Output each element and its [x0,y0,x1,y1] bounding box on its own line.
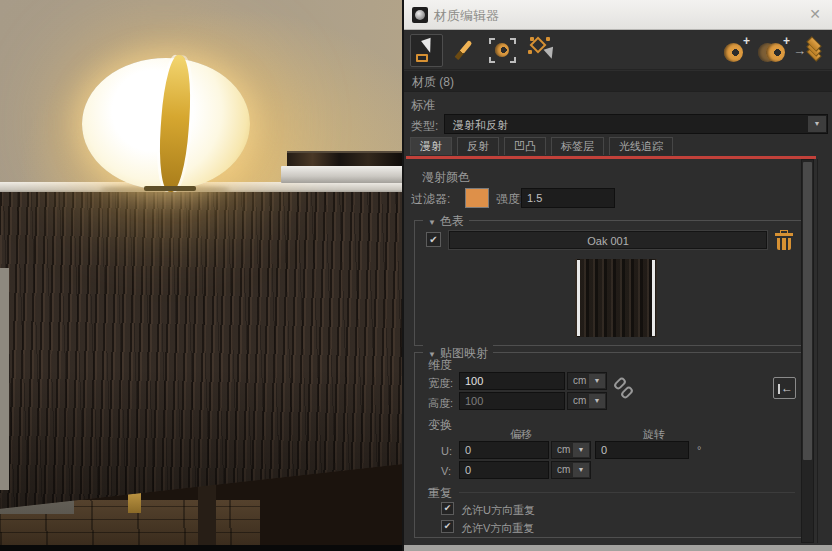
material-target-icon [416,54,428,62]
width-unit-value: cm [573,375,586,386]
degree-symbol: ° [697,444,701,456]
bracket-corner-icon [510,57,516,63]
active-tab-underline [406,156,816,159]
link-dimensions-icon[interactable] [615,377,637,401]
bracket-corner-icon [489,57,495,63]
delete-texture-button[interactable] [775,230,793,250]
v-unit-value: cm [557,464,570,475]
width-label: 宽度: [428,376,453,391]
v-unit-select[interactable]: cm ▼ [551,461,591,479]
width-unit-select[interactable]: cm ▼ [567,372,607,390]
width-input[interactable] [459,372,565,390]
height-label: 高度: [428,396,453,411]
material-type-select[interactable]: 漫射和反射 ▼ [444,114,828,134]
window-title: 材质编辑器 [434,7,499,25]
tab-raytrace[interactable]: 光线追踪 [609,137,673,155]
offset-header: 偏移 [510,427,532,442]
apply-material-tool-button[interactable] [410,34,443,67]
wood-cabinet [0,192,403,512]
book-white [281,166,403,183]
panel-inner-edge [817,159,818,543]
bracket-corner-icon [489,38,495,44]
intensity-input[interactable] [521,188,615,208]
bracket-corner-icon [510,38,516,44]
add-material-button[interactable]: + [720,34,753,67]
check-icon: ✔ [429,234,437,245]
color-table-group-title[interactable]: ▼色表 [423,213,469,230]
check-icon: ✔ [444,503,452,513]
repeat-divider [459,492,795,493]
window-bottom-edge[interactable] [404,545,832,551]
channel-tabs: 漫射 反射 凹凸 标签层 光线追踪 [410,137,673,155]
scrollbar-track[interactable] [801,159,814,543]
rotation-input[interactable] [595,441,689,459]
repeat-v-checkbox[interactable]: ✔ [441,520,454,533]
screenshot-root: 材质编辑器 ✕ [0,0,832,551]
chevron-down-icon[interactable]: ▼ [573,463,589,477]
dimensions-label: 维度 [428,357,452,374]
polygon-node-icon [530,37,534,41]
materials-count-label: 材质 (8) [412,74,454,91]
u-offset-input[interactable] [459,441,549,459]
chevron-down-icon[interactable]: ▼ [589,374,605,388]
u-label: U: [441,445,452,457]
texture-name-field[interactable]: Oak 001 [449,231,767,249]
rotation-header: 旋转 [643,427,665,442]
collapse-arrow-icon: ▼ [428,218,436,227]
texture-enabled-checkbox[interactable]: ✔ [426,232,441,247]
close-icon[interactable]: ✕ [806,5,824,23]
repeat-u-label: 允许U方向重复 [461,503,535,518]
polygon-node-icon [528,50,532,54]
material-sphere-icon [495,43,509,57]
tab-reflection[interactable]: 反射 [457,137,499,155]
materials-count-bar[interactable]: 材质 (8) [404,71,832,92]
v-offset-input[interactable] [459,461,549,479]
viewport-bottom-edge [0,545,403,551]
tab-diffuse[interactable]: 漫射 [410,137,452,155]
color-table-group: ▼色表 ✔ Oak 001 [414,220,802,346]
chevron-down-icon[interactable]: ▼ [808,116,826,132]
tab-label-layer[interactable]: 标签层 [551,137,604,155]
transform-label: 变换 [428,417,452,434]
check-icon: ✔ [444,521,452,531]
repeat-v-label: 允许V方向重复 [461,521,534,536]
arrow-right-icon: → [793,43,806,58]
diffuse-color-title: 漫射颜色 [422,169,470,186]
texture-thumbnail[interactable] [575,259,657,337]
repeat-u-checkbox[interactable]: ✔ [441,502,454,515]
wall-corner-strip [0,268,9,490]
table-lamp [82,58,250,190]
book-dark [287,151,403,166]
filter-color-swatch[interactable] [465,188,489,208]
chevron-down-icon[interactable]: ▼ [589,394,605,408]
u-unit-value: cm [557,444,570,455]
material-editor-icon [412,7,428,23]
material-type-value: 漫射和反射 [453,118,508,133]
filter-label: 过滤器: [411,191,450,208]
material-sphere-icon [724,43,743,62]
height-unit-select[interactable]: cm ▼ [567,392,607,410]
apply-to-layers-button[interactable]: → [794,34,827,67]
select-material-tool-button[interactable] [486,34,519,67]
plus-icon: + [783,34,790,48]
chevron-down-icon[interactable]: ▼ [573,443,589,457]
height-unit-value: cm [573,395,586,406]
viewport-3d-scene[interactable] [0,0,403,551]
toolbar: + + → [404,31,832,70]
pick-material-tool-button[interactable] [448,34,481,67]
texture-mapping-group: ▼贴图映射 维度 宽度: cm ▼ 高度: cm ▼ ← 变换 偏移 [414,352,802,538]
cursor-icon [544,47,557,61]
u-unit-select[interactable]: cm ▼ [551,441,591,459]
polygon-select-tool-button[interactable] [526,34,559,67]
repeat-label: 重复 [428,485,452,502]
tab-bump[interactable]: 凹凸 [504,137,546,155]
titlebar[interactable]: 材质编辑器 ✕ [404,0,832,30]
reset-mapping-button[interactable]: ← [773,377,796,399]
duplicate-material-button[interactable]: + [757,34,790,67]
height-input[interactable] [459,392,565,410]
material-editor-window: 材质编辑器 ✕ [402,0,832,551]
intensity-label: 强度: [496,191,523,208]
lamp-base [144,186,196,191]
plus-icon: + [743,34,750,48]
scrollbar-thumb[interactable] [803,162,812,460]
